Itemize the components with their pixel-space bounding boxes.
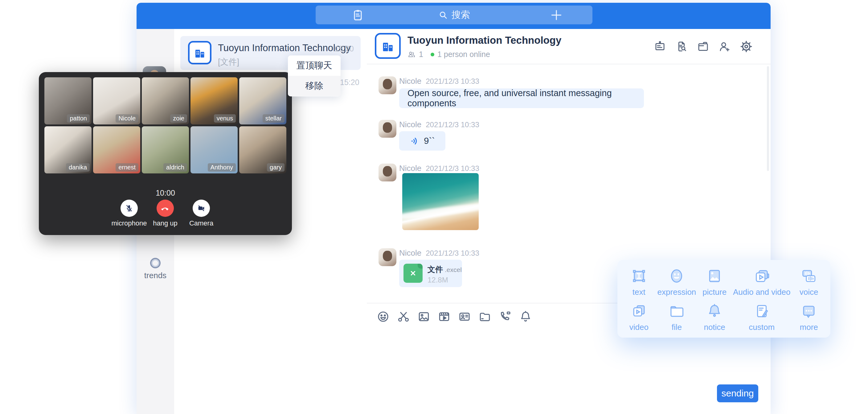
search-history-icon[interactable] [675,40,688,53]
action-item-file[interactable]: file [657,299,696,335]
audio-video-icon [753,267,771,285]
message-timestamp: 2021/12/3 10:33 [426,249,479,257]
camera-label: Camera [174,219,229,227]
building-icon [193,46,206,59]
message-timestamp: 2021/12/3 10:33 [426,121,479,129]
online-status: 1 person online [437,50,490,59]
message-type-panel: text expression picture [617,260,830,338]
file-ext: .excel [445,266,462,273]
action-item-text[interactable]: text [620,264,657,299]
participant-tile[interactable]: stellar [239,77,286,124]
voice-message-bubble[interactable]: 9`` [399,131,445,151]
search-bar[interactable]: 搜索 [316,5,592,24]
video-icon [630,302,648,320]
screen: 搜索 trends [0,0,868,414]
conversation-preview: [文件] [218,56,239,67]
chat-scrollbar[interactable] [767,66,769,171]
text-message-bubble[interactable]: Open source, free, and universal instant… [399,88,644,108]
message-meta: Nicole2021/12/3 10:33 [399,120,479,129]
participant-tile[interactable]: Anthony [190,126,238,173]
participant-name: Nicole [116,114,138,123]
hang-up-button[interactable] [157,200,174,217]
sender-avatar[interactable] [378,76,396,94]
excel-file-icon [403,264,423,283]
file-folder-icon[interactable] [478,310,492,323]
text-icon [630,267,648,285]
video-call-panel: patton Nicole zoie venus stellar danika … [39,72,292,235]
message-text: Open source, free, and universal instant… [407,88,636,108]
conversation-title: Tuoyun Information Technology [218,42,351,54]
top-bar: 搜索 [136,3,771,29]
sender-name: Nicole [399,164,421,173]
message-timestamp: 2021/12/3 10:33 [426,77,479,85]
action-item-custom[interactable]: custom [733,299,790,335]
participant-tile[interactable]: zoie [142,77,189,124]
participant-tile[interactable]: venus [190,77,238,124]
group-avatar [188,41,212,64]
action-item-video[interactable]: video [620,299,657,335]
menu-item-remove[interactable]: 移除 [288,76,341,96]
file-icon [668,302,685,320]
conversation-context-menu: 置顶聊天 移除 [288,56,341,96]
voice-duration: 9`` [424,136,435,146]
image-message-beach[interactable] [402,173,479,230]
trends-label: trends [136,271,174,280]
menu-item-pin-chat[interactable]: 置顶聊天 [288,56,341,76]
participant-tile[interactable]: danika [44,126,92,173]
settings-gear-icon[interactable] [740,40,753,53]
members-icon [407,50,416,59]
participant-tile[interactable]: Nicole [93,77,140,124]
participant-tile[interactable]: aldrich [142,126,189,173]
file-name: 文件.excel [428,264,462,275]
chat-group-avatar[interactable] [375,33,401,59]
microphone-toggle-button[interactable] [121,200,138,217]
chat-meta: 1 1 person online [407,50,490,59]
file-message-card[interactable]: 文件.excel 12.8M [399,260,462,287]
sender-name: Nicole [399,120,421,129]
participant-grid: patton Nicole zoie venus stellar danika … [44,77,286,173]
action-item-more[interactable]: more [790,299,827,335]
message-timestamp: 2021/12/3 10:33 [426,164,479,172]
participant-tile[interactable]: gary [239,126,286,173]
contact-card-icon[interactable] [458,310,471,323]
more-icon [800,302,818,320]
expression-icon [668,267,685,285]
participant-tile[interactable]: ernest [93,126,140,173]
add-button[interactable] [550,8,563,22]
conversation-time-2: 15:20 [340,78,360,87]
action-item-voice[interactable]: voice [790,264,827,299]
group-file-icon[interactable] [696,40,710,53]
send-button[interactable]: sending [717,384,758,402]
sender-avatar[interactable] [378,164,396,182]
group-notice-icon[interactable] [653,40,666,53]
action-item-expression[interactable]: expression [657,264,696,299]
camera-toggle-button[interactable] [193,200,210,217]
sender-name: Nicole [399,76,421,86]
participant-name: zoie [170,114,187,123]
message-meta: Nicole2021/12/3 10:33 [399,76,479,86]
participant-tile[interactable]: patton [44,77,92,124]
sender-avatar[interactable] [378,120,396,138]
action-item-notice[interactable]: notice [696,299,733,335]
nav-item-trends[interactable]: trends [136,258,174,280]
chat-area: Tuoyun Information Technology 1 1 person… [367,29,771,414]
sender-avatar[interactable] [378,248,396,266]
conversation-time: 15:20 [335,44,354,53]
camera-muted-icon [197,203,206,213]
voice-icon [800,267,818,285]
message-meta: Nicole2021/12/3 10:33 [399,164,479,173]
search-placeholder: 搜索 [452,9,470,21]
action-item-picture[interactable]: picture [696,264,733,299]
screenshot-scissors-icon[interactable] [397,310,410,323]
notification-bell-icon[interactable] [519,310,532,323]
call-phone-icon[interactable] [498,310,512,323]
hang-up-icon [160,203,170,213]
image-icon[interactable] [417,310,431,323]
participant-name: ernest [116,163,138,171]
mic-muted-icon [125,203,134,213]
action-item-audio-video[interactable]: Audio and video [733,264,790,299]
participant-name: patton [67,114,90,123]
add-member-icon[interactable] [718,40,731,53]
video-clapper-icon[interactable] [437,310,451,323]
emoji-icon[interactable] [376,310,390,323]
